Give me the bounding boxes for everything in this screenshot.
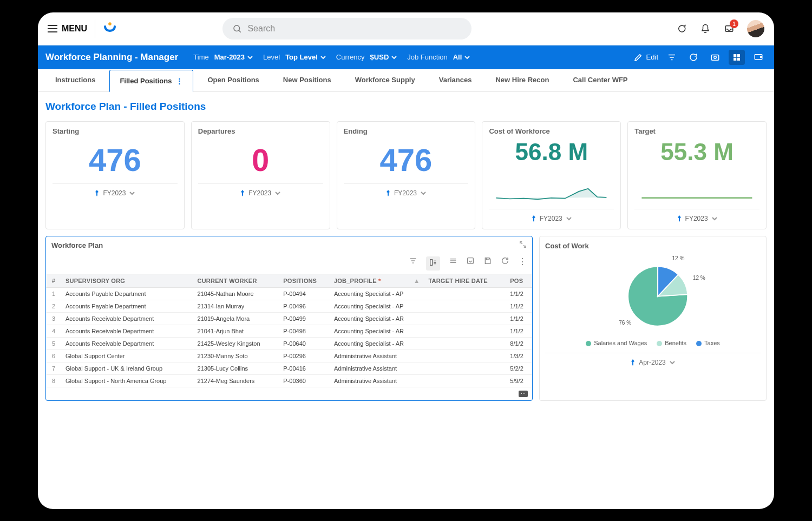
pin-icon [94, 190, 100, 196]
column-header[interactable]: JOB_PROFILE * ▲ [330, 274, 424, 287]
grid-view-icon[interactable] [729, 50, 745, 65]
tab-new-positions[interactable]: New Positions [273, 69, 341, 91]
tab-new-hire-recon[interactable]: New Hire Recon [486, 69, 559, 91]
toolbar-save-icon[interactable] [483, 256, 492, 271]
tab-open-positions[interactable]: Open Positions [198, 69, 269, 91]
toolbar-filter-icon[interactable] [409, 256, 417, 271]
card-footer[interactable]: FY2023 [53, 183, 178, 197]
kpi-cards: Starting 476 FY2023 Departures 0 FY2023 … [38, 121, 774, 229]
svg-rect-23 [486, 258, 489, 259]
screenshot-icon[interactable] [707, 50, 723, 65]
card-footer[interactable]: FY2023 [634, 209, 759, 222]
svg-text:12 %: 12 % [693, 275, 705, 281]
svg-rect-6 [711, 55, 719, 60]
cost-of-work-card: Cost of Work 76 %12 %12 % Salaries and W… [539, 236, 767, 401]
sparkline [634, 185, 759, 203]
search-input[interactable]: Search [222, 18, 472, 39]
tab-options-icon[interactable]: ⋮ [176, 77, 183, 85]
column-header[interactable]: CURRENT WORKER [193, 274, 279, 287]
menu-button[interactable]: MENU [48, 24, 87, 34]
avatar[interactable] [747, 20, 764, 37]
svg-rect-10 [734, 57, 736, 60]
refresh-icon[interactable] [685, 50, 702, 65]
toolbar-export-icon[interactable] [466, 256, 475, 271]
pie-footer[interactable]: Apr-2023 [545, 353, 761, 366]
tab-call-center-wfp[interactable]: Call Center WFP [563, 69, 637, 91]
table-footer-chip: ⋯ [519, 391, 528, 397]
svg-point-1 [234, 25, 240, 31]
tab-variances[interactable]: Variances [429, 69, 482, 91]
svg-rect-22 [468, 258, 474, 263]
table-row[interactable]: 5Accounts Receivable Department21425-Wes… [46, 337, 532, 349]
search-icon [232, 24, 242, 34]
card-footer[interactable]: FY2023 [198, 183, 323, 197]
table-title: Workforce Plan [51, 241, 103, 249]
chevron-down-icon [274, 190, 281, 196]
workforce-plan-table[interactable]: #SUPERVISORY ORGCURRENT WORKERPOSITIONSJ… [46, 274, 532, 387]
chat-icon[interactable] [676, 23, 687, 35]
pin-icon [531, 215, 536, 222]
column-header[interactable]: TARGET HIRE DATE [424, 274, 506, 287]
column-header[interactable]: SUPERVISORY ORG [61, 274, 193, 287]
tab-instructions[interactable]: Instructions [45, 69, 105, 91]
table-row[interactable]: 8Global Support - North America Group212… [46, 374, 532, 387]
workforce-plan-table-card: Workforce Plan ⋮ #SUPERVISORY ORGCURRENT… [45, 236, 533, 401]
card-ending: Ending 476 FY2023 [337, 121, 476, 229]
tab-workforce-supply[interactable]: Workforce Supply [345, 69, 425, 91]
svg-rect-9 [737, 54, 740, 57]
svg-line-2 [239, 30, 241, 32]
page-context-title: Workforce Planning - Manager [45, 52, 178, 63]
present-icon[interactable] [750, 50, 767, 65]
svg-rect-11 [737, 57, 740, 60]
table-row[interactable]: 2Accounts Payable Department21314-Ian Mu… [46, 300, 532, 312]
filter-currency-value[interactable]: $USD [370, 53, 398, 61]
svg-text:76 %: 76 % [619, 319, 631, 325]
pie-legend: Salaries and Wages Benefits Taxes [586, 340, 720, 346]
card-departures: Departures 0 FY2023 [191, 121, 330, 229]
toolbar-refresh-icon[interactable] [501, 256, 509, 271]
app-topbar: MENU Search 1 [38, 12, 774, 45]
filter-level-label: Level [263, 53, 280, 61]
filter-currency-label: Currency [336, 53, 365, 61]
filter-time-value[interactable]: Mar-2023 [214, 53, 253, 61]
sparkline [489, 185, 614, 203]
edit-button[interactable]: Edit [633, 52, 658, 62]
toolbar-columns-icon[interactable] [426, 256, 440, 271]
pin-icon [630, 359, 636, 366]
column-header[interactable]: POSITIONS [279, 274, 330, 287]
filter-time-label: Time [193, 53, 208, 61]
table-row[interactable]: 6Global Support Center21230-Manny SotoP-… [46, 349, 532, 362]
table-row[interactable]: 7Global Support - UK & Ireland Group2130… [46, 362, 532, 374]
table-row[interactable]: 3Accounts Receivable Department21019-Ang… [46, 312, 532, 325]
filter-icon[interactable] [664, 50, 680, 65]
column-header[interactable]: # [46, 274, 61, 287]
svg-point-7 [714, 56, 717, 58]
table-row[interactable]: 1Accounts Payable Department21045-Nathan… [46, 287, 532, 300]
toolbar-rows-icon[interactable] [449, 256, 457, 271]
chevron-down-icon [420, 190, 427, 196]
card-footer[interactable]: FY2023 [489, 209, 614, 222]
hamburger-icon [48, 25, 57, 32]
inbox-badge: 1 [730, 19, 738, 28]
card-footer[interactable]: FY2023 [344, 183, 469, 197]
pin-icon [385, 190, 391, 196]
column-header[interactable]: POS [506, 274, 532, 287]
filter-level-value[interactable]: Top Level [285, 53, 326, 61]
tab-filled-positions[interactable]: Filled Positions⋮ [109, 70, 193, 92]
filter-job-value[interactable]: All [453, 53, 471, 61]
pie-title: Cost of Work [545, 242, 761, 250]
chevron-down-icon [566, 215, 572, 222]
app-logo[interactable] [103, 22, 117, 36]
search-placeholder: Search [247, 24, 275, 34]
pie-chart: 76 %12 %12 % [593, 253, 712, 334]
toolbar-more-icon[interactable]: ⋮ [518, 256, 527, 271]
table-row[interactable]: 4Accounts Receivable Department21041-Arj… [46, 325, 532, 337]
expand-icon[interactable] [519, 241, 527, 250]
notifications-icon[interactable] [699, 23, 711, 35]
inbox-icon[interactable]: 1 [723, 23, 735, 35]
pin-icon [240, 190, 245, 196]
target-value: 55.3 M [634, 139, 759, 166]
menu-label: MENU [62, 24, 87, 34]
chevron-down-icon [669, 359, 676, 366]
svg-point-0 [108, 22, 112, 25]
